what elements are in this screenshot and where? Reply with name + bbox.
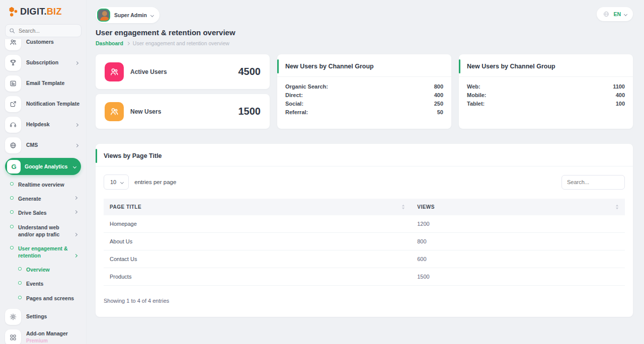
sidebar-item-notification-template[interactable]: Notification Template <box>5 96 81 112</box>
bullet-icon <box>10 225 14 228</box>
sidebar-item-subscription[interactable]: Subscription <box>5 55 81 71</box>
channel-group-card-2: New Users by Channel Group Web: 1100 Mob… <box>459 54 633 129</box>
channel-row: Referral: 50 <box>285 109 443 115</box>
table-search <box>561 175 625 190</box>
table-search-input[interactable] <box>561 175 625 190</box>
views-cell: 1200 <box>411 215 625 233</box>
card-header: New Users by Channel Group <box>277 54 451 77</box>
sidebar-item-label: Helpdesk <box>26 121 70 128</box>
sidebar-item-pages-and-screens[interactable]: Pages and screens <box>18 295 81 302</box>
card-title: New Users by Channel Group <box>285 63 374 70</box>
globe-icon <box>603 11 610 18</box>
sidebar-item-customers[interactable]: Customers <box>5 39 81 50</box>
premium-badge: Premium <box>26 338 81 344</box>
card-header: New Users by Channel Group <box>459 54 633 77</box>
column-label: VIEWS <box>417 204 435 210</box>
views-cell: 800 <box>411 233 625 250</box>
sidebar-item-label: Subscription <box>26 59 70 66</box>
views-by-page-title-card: Views by Page Title 10 entries per page … <box>96 144 633 317</box>
page-size-select[interactable]: 10 <box>104 175 129 190</box>
column-header-page-title[interactable]: PAGE TITLE <box>104 199 411 215</box>
sidebar-item-label: Notification Template <box>26 101 81 107</box>
sidebar-search-input[interactable] <box>5 24 82 37</box>
sidebar-nav: Customers Subscription Email Template <box>0 39 86 344</box>
table-row: Homepage 1200 <box>104 215 625 233</box>
card-title: Views by Page Title <box>104 152 162 159</box>
users-icon <box>105 102 124 121</box>
sidebar-item-label: Customers <box>26 39 81 46</box>
sidebar-subitem-label: Drive Sales <box>18 209 70 216</box>
language-code: EN <box>613 11 621 17</box>
page-size-value: 10 <box>110 179 116 185</box>
sidebar-item-email-template[interactable]: Email Template <box>5 75 81 92</box>
sidebar-item-label: Settings <box>26 313 81 320</box>
table-row: Contact Us 600 <box>104 250 625 268</box>
sidebar-item-understand-web-traffic[interactable]: Understand web and/or app trafic <box>10 224 81 238</box>
chevron-right-icon <box>74 210 77 214</box>
sidebar-item-cms[interactable]: CMS <box>5 137 81 153</box>
chevron-down-icon <box>150 13 154 17</box>
page-title-cell: Products <box>104 268 411 286</box>
sidebar-item-user-engagement-retention[interactable]: User engagement & retention <box>10 245 81 259</box>
chevron-right-icon <box>75 61 78 64</box>
column-header-views[interactable]: VIEWS <box>411 199 625 215</box>
channel-value: 400 <box>434 92 443 98</box>
sidebar-item-label: Email Template <box>26 80 81 87</box>
bullet-icon <box>10 210 14 214</box>
channel-row: Tablet: 100 <box>467 101 625 107</box>
brand-name: DIGIT.BIZ <box>20 7 62 17</box>
sidebar-item-settings[interactable]: Settings <box>5 309 81 325</box>
chevron-down-icon <box>624 12 627 16</box>
card-header: Views by Page Title <box>96 144 633 166</box>
table-controls: 10 entries per page <box>96 166 633 198</box>
channel-row: Direct: 400 <box>285 92 443 98</box>
sidebar-subitem-label: Overview <box>26 266 81 273</box>
summary-cards-row: Active Users 4500 New Users 1500 New Use… <box>96 54 633 129</box>
bullet-icon <box>18 267 22 271</box>
channel-rows: Organic Search: 800 Direct: 400 Social: … <box>277 77 451 124</box>
chevron-right-icon <box>75 143 78 147</box>
language-selector[interactable]: EN <box>597 7 633 21</box>
bullet-icon <box>10 196 14 200</box>
globe-icon <box>5 137 21 153</box>
user-name: Super Admin <box>114 12 147 18</box>
new-users-card: New Users 1500 <box>96 94 270 129</box>
channel-row: Organic Search: 800 <box>285 83 443 90</box>
sort-icon[interactable] <box>615 204 619 210</box>
table-row: About Us 800 <box>104 233 625 250</box>
sidebar-item-drive-sales[interactable]: Drive Sales <box>10 209 81 216</box>
user-menu[interactable]: Super Admin <box>96 7 159 23</box>
google-analytics-icon: G <box>7 160 21 174</box>
sidebar-item-label: CMS <box>26 142 70 148</box>
sidebar-item-events[interactable]: Events <box>18 280 81 287</box>
sidebar-subitem-label: Events <box>26 280 81 287</box>
sidebar-item-helpdesk[interactable]: Helpdesk <box>5 117 81 133</box>
sidebar-item-overview[interactable]: Overview <box>18 266 81 273</box>
channel-row: Social: 250 <box>285 101 443 107</box>
page-title: User engagement & retention overview <box>96 28 633 37</box>
active-users-card: Active Users 4500 <box>96 54 270 89</box>
headset-icon <box>5 117 21 133</box>
users-icon <box>105 62 124 81</box>
gear-icon <box>5 309 21 325</box>
channel-group-card-1: New Users by Channel Group Organic Searc… <box>277 54 451 129</box>
brand-logo[interactable]: DIGIT.BIZ <box>0 0 86 21</box>
channel-rows: Web: 1100 Mobile: 400 Tablet: 100 <box>459 77 633 116</box>
card-title: New Users by Channel Group <box>467 63 555 70</box>
sidebar-subitem-label: Generate <box>18 195 70 202</box>
sidebar-item-label: Add-on Manager Premium <box>26 330 81 344</box>
channel-label: Mobile: <box>467 92 487 98</box>
sidebar-item-google-analytics[interactable]: G Google Analytics <box>5 158 81 175</box>
sidebar-item-generate[interactable]: Generate <box>10 195 81 202</box>
sort-icon[interactable] <box>401 204 405 210</box>
channel-label: Social: <box>285 101 303 107</box>
bullet-icon <box>10 182 14 186</box>
main-content: Super Admin EN User engagement & retenti… <box>87 0 644 344</box>
stat-value: 4500 <box>238 66 261 77</box>
chevron-right-icon <box>74 196 77 200</box>
sidebar-item-realtime-overview[interactable]: Realtime overview <box>10 181 81 188</box>
sidebar-item-addon-manager[interactable]: Add-on Manager Premium <box>5 329 81 344</box>
channel-value: 50 <box>437 109 443 115</box>
breadcrumb-separator-icon <box>126 41 130 45</box>
breadcrumb-dashboard-link[interactable]: Dashboard <box>96 40 123 46</box>
